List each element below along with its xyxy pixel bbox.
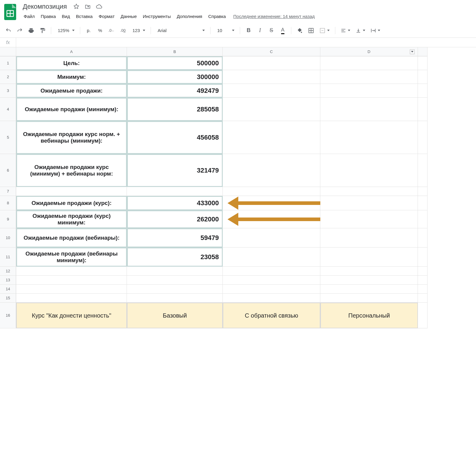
row-header[interactable]: 15 (0, 294, 16, 303)
cell[interactable] (418, 187, 428, 196)
row-header[interactable]: 5 (0, 121, 16, 154)
row-header[interactable]: 6 (0, 154, 16, 187)
bold-icon[interactable]: B (244, 26, 253, 35)
cell[interactable] (16, 294, 127, 303)
cell[interactable] (418, 267, 428, 276)
menu-edit[interactable]: Правка (38, 12, 59, 21)
doc-title[interactable]: Декомпозиция (21, 2, 69, 11)
cell[interactable] (418, 154, 428, 187)
row-header[interactable]: 13 (0, 276, 16, 285)
cell-value[interactable]: 300000 (127, 70, 223, 84)
cell-value[interactable]: 321479 (127, 154, 223, 187)
currency-format-button[interactable]: р. (84, 26, 93, 35)
merge-cells-dropdown[interactable] (318, 28, 331, 34)
select-all-corner[interactable] (0, 47, 16, 56)
cell[interactable] (320, 187, 418, 196)
row-header[interactable]: 14 (0, 285, 16, 294)
filter-icon[interactable] (410, 49, 415, 54)
cell[interactable] (418, 84, 428, 98)
cell[interactable] (16, 285, 127, 294)
cell[interactable] (223, 98, 320, 121)
cell[interactable] (418, 210, 428, 228)
cell[interactable] (16, 267, 127, 276)
col-header-B[interactable]: B (127, 47, 223, 56)
cell[interactable] (16, 276, 127, 285)
cell[interactable] (127, 187, 223, 196)
cell[interactable] (223, 84, 320, 98)
cell-value[interactable]: 285058 (127, 98, 223, 121)
cell-value[interactable]: 23058 (127, 247, 223, 267)
cell-label[interactable]: Цель: (16, 56, 127, 70)
cell[interactable] (320, 247, 418, 267)
cell-value[interactable]: 500000 (127, 56, 223, 70)
col-header-A[interactable]: A (16, 47, 127, 56)
cell[interactable] (418, 228, 428, 247)
cell[interactable] (223, 285, 320, 294)
cell[interactable] (223, 247, 320, 267)
cell[interactable] (223, 294, 320, 303)
row-header[interactable]: 1 (0, 56, 16, 70)
row-header[interactable]: 11 (0, 247, 16, 267)
menu-tools[interactable]: Инструменты (140, 12, 174, 21)
menu-view[interactable]: Вид (59, 12, 73, 21)
cell[interactable] (418, 276, 428, 285)
cell[interactable] (320, 294, 418, 303)
cell[interactable] (418, 121, 428, 154)
cell[interactable] (127, 276, 223, 285)
spreadsheet-grid[interactable]: ABCD1Цель:5000002Минимум:3000003Ожидаемы… (0, 47, 476, 328)
cell[interactable] (223, 196, 320, 210)
cell[interactable] (418, 294, 428, 303)
cell-label[interactable]: Ожидаемые продажи: (16, 84, 127, 98)
cell-value[interactable]: 456058 (127, 121, 223, 154)
cell-label[interactable]: Ожидаемые продажи (вебинары): (16, 228, 127, 247)
text-color-icon[interactable]: A (278, 26, 287, 35)
col-header-D[interactable]: D (320, 47, 418, 56)
cell-label[interactable]: Ожидаемые продажи (минимум): (16, 98, 127, 121)
cell[interactable] (320, 210, 418, 228)
cell[interactable] (418, 98, 428, 121)
cell[interactable] (127, 267, 223, 276)
row-header[interactable]: 7 (0, 187, 16, 196)
cell[interactable]: Персональный (320, 303, 418, 328)
cell[interactable]: С обратной связью (223, 303, 320, 328)
cell[interactable] (320, 276, 418, 285)
cell[interactable] (320, 228, 418, 247)
increase-decimal-icon[interactable]: .00 (119, 26, 127, 35)
menu-format[interactable]: Формат (96, 12, 117, 21)
cell[interactable] (16, 187, 127, 196)
cell[interactable] (320, 84, 418, 98)
cell[interactable] (320, 121, 418, 154)
cell[interactable] (127, 285, 223, 294)
cell[interactable] (418, 247, 428, 267)
cell-label[interactable]: Ожидаемые продажи (курс) минимум: (16, 210, 127, 228)
row-header[interactable]: 2 (0, 70, 16, 84)
font-size-dropdown[interactable]: 10 (215, 28, 236, 33)
cell[interactable] (320, 196, 418, 210)
print-icon[interactable] (27, 26, 35, 35)
italic-icon[interactable]: I (256, 26, 264, 35)
cell-label[interactable]: Ожидаемые продажи курс норм. + вебинары … (16, 121, 127, 154)
row-header[interactable]: 3 (0, 84, 16, 98)
borders-icon[interactable] (307, 26, 315, 35)
cell[interactable] (223, 187, 320, 196)
cell-label[interactable]: Ожидаемые продажи (курс): (16, 196, 127, 210)
cell-value[interactable]: 492479 (127, 84, 223, 98)
cell[interactable] (223, 70, 320, 84)
menu-addons[interactable]: Дополнения (174, 12, 205, 21)
v-align-dropdown[interactable] (354, 28, 366, 33)
cell[interactable] (223, 276, 320, 285)
cell[interactable] (127, 294, 223, 303)
star-icon[interactable] (73, 3, 80, 10)
cell-label[interactable]: Ожидаемые продажи (вебинары минимум): (16, 247, 127, 267)
fill-color-icon[interactable] (295, 26, 304, 35)
menu-file[interactable]: Файл (21, 12, 37, 21)
menu-data[interactable]: Данные (118, 12, 140, 21)
percent-format-button[interactable]: % (96, 26, 104, 35)
undo-icon[interactable] (4, 26, 13, 35)
cell[interactable] (418, 303, 428, 328)
cell-label[interactable]: Ожидаемые продажи курс (минимум) + вебин… (16, 154, 127, 187)
cell[interactable] (223, 121, 320, 154)
row-header[interactable]: 9 (0, 210, 16, 228)
row-header[interactable]: 12 (0, 267, 16, 276)
cell[interactable] (418, 285, 428, 294)
